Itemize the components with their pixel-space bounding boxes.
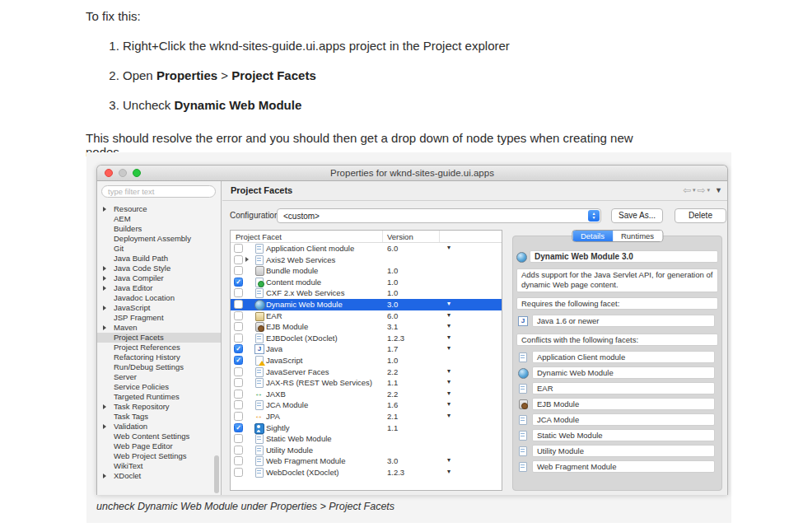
facet-checkbox[interactable]	[234, 400, 243, 409]
version-dropdown-icon[interactable]: ▾	[447, 334, 451, 341]
version-dropdown-icon[interactable]: ▾	[447, 456, 451, 464]
expand-arrow-icon[interactable]	[103, 306, 106, 310]
version-dropdown-icon[interactable]: ▾	[447, 367, 451, 375]
sidebar-item-service-policies[interactable]: Service Policies	[97, 382, 221, 392]
version-dropdown-icon[interactable]: ▾	[447, 311, 451, 319]
facet-row-sightly[interactable]: Sightly1.1	[231, 422, 502, 434]
facet-checkbox[interactable]	[234, 412, 243, 421]
version-dropdown-icon[interactable]: ▾	[447, 300, 451, 307]
facet-row-cxf-2-x-web-services[interactable]: CXF 2.x Web Services1.0	[231, 287, 502, 299]
facet-checkbox[interactable]	[234, 390, 243, 399]
facet-checkbox[interactable]	[234, 378, 243, 387]
sidebar-item-java-build-path[interactable]: Java Build Path	[97, 254, 221, 264]
sidebar-item-resource[interactable]: Resource	[97, 204, 221, 214]
facet-row-jax-rs-rest-web-services-[interactable]: JAX-RS (REST Web Services)1.1▾	[231, 377, 502, 389]
version-dropdown-icon[interactable]: ▾	[447, 390, 451, 397]
version-dropdown-icon[interactable]: ▾	[447, 344, 451, 352]
version-dropdown-icon[interactable]: ▾	[447, 400, 451, 408]
facet-checkbox[interactable]	[234, 434, 243, 443]
facet-row-web-fragment-module[interactable]: Web Fragment Module3.0▾	[231, 455, 502, 467]
delete-button[interactable]: Delete	[675, 208, 726, 223]
facet-row-application-client-module[interactable]: Application Client module6.0▾	[231, 243, 502, 254]
version-dropdown-icon[interactable]: ▾	[447, 244, 451, 251]
facet-row-jaxb[interactable]: JAXB2.2▾	[231, 389, 502, 400]
facet-row-axis2-web-services[interactable]: Axis2 Web Services	[231, 254, 502, 266]
sidebar-item-deployment-assembly[interactable]: Deployment Assembly	[97, 234, 221, 244]
save-as-button[interactable]: Save As...	[611, 208, 663, 223]
back-icon[interactable]: ⇦	[683, 184, 691, 196]
sidebar-item-maven[interactable]: Maven	[97, 323, 221, 333]
facet-row-jpa[interactable]: JPA2.1▾	[231, 411, 502, 422]
facet-row-javascript[interactable]: JavaScript1.0	[231, 355, 502, 366]
facet-row-ejbdoclet-xdoclet-[interactable]: EJBDoclet (XDoclet)1.2.3▾	[231, 333, 502, 344]
forward-dropdown-icon[interactable]: ▾	[707, 187, 711, 194]
facet-row-dynamic-web-module[interactable]: Dynamic Web Module3.0▾	[231, 299, 502, 310]
facet-row-ejb-module[interactable]: EJB Module3.1▾	[231, 321, 502, 333]
sidebar-item-web-project-settings[interactable]: Web Project Settings	[97, 451, 221, 461]
forward-icon[interactable]: ⇨	[698, 184, 706, 196]
facet-row-jca-module[interactable]: JCA Module1.6▾	[231, 399, 502, 411]
facet-row-utility-module[interactable]: Utility Module	[231, 445, 502, 456]
sidebar-item-refactoring-history[interactable]: Refactoring History	[97, 352, 221, 362]
expand-arrow-icon[interactable]	[103, 424, 106, 429]
facet-checkbox[interactable]	[234, 367, 243, 376]
sidebar-item-jsp-fragment[interactable]: JSP Fragment	[97, 313, 221, 323]
version-dropdown-icon[interactable]: ▾	[447, 412, 451, 419]
sidebar-item-task-repository[interactable]: Task Repository	[97, 402, 221, 412]
expand-arrow-icon[interactable]	[245, 257, 249, 262]
view-menu-icon[interactable]: ▼	[715, 186, 722, 194]
sidebar-item-run-debug-settings[interactable]: Run/Debug Settings	[97, 362, 221, 372]
sidebar-scrollbar[interactable]	[214, 455, 219, 493]
facet-checkbox[interactable]	[234, 423, 243, 432]
filter-input[interactable]	[101, 185, 216, 198]
sidebar-item-server[interactable]: Server	[97, 372, 221, 382]
tab-details[interactable]: Details	[572, 231, 613, 241]
sidebar-item-web-page-editor[interactable]: Web Page Editor	[97, 441, 221, 451]
sidebar-item-xdoclet[interactable]: XDoclet	[97, 471, 221, 481]
facet-row-java[interactable]: Java1.7▾	[231, 343, 502, 355]
sidebar-item-java-code-style[interactable]: Java Code Style	[97, 264, 221, 273]
facet-checkbox[interactable]	[234, 311, 243, 320]
expand-arrow-icon[interactable]	[103, 276, 106, 281]
version-dropdown-icon[interactable]: ▾	[447, 378, 451, 385]
tab-runtimes[interactable]: Runtimes	[613, 231, 662, 241]
sidebar-item-project-facets[interactable]: Project Facets	[97, 333, 221, 343]
sidebar-item-task-tags[interactable]: Task Tags	[97, 412, 221, 422]
sidebar-item-javadoc-location[interactable]: Javadoc Location	[97, 293, 221, 303]
facet-checkbox[interactable]	[234, 322, 243, 331]
facet-row-content-module[interactable]: Content module1.0	[231, 277, 502, 288]
version-dropdown-icon[interactable]: ▾	[447, 468, 451, 475]
facet-checkbox[interactable]	[234, 288, 243, 297]
facet-checkbox[interactable]	[234, 278, 243, 287]
facet-checkbox[interactable]	[234, 334, 243, 343]
facet-checkbox[interactable]	[234, 244, 243, 253]
facet-row-javaserver-faces[interactable]: JavaServer Faces2.2▾	[231, 366, 502, 378]
expand-arrow-icon[interactable]	[103, 207, 106, 212]
sidebar-item-git[interactable]: Git	[97, 244, 221, 254]
facet-checkbox[interactable]	[234, 356, 243, 365]
facet-checkbox[interactable]	[234, 266, 243, 275]
expand-arrow-icon[interactable]	[103, 286, 106, 291]
window-titlebar[interactable]: Properties for wknd-sites-guide.ui.apps	[97, 166, 727, 181]
sidebar-item-targeted-runtimes[interactable]: Targeted Runtimes	[97, 392, 221, 402]
sidebar-item-web-content-settings[interactable]: Web Content Settings	[97, 432, 221, 441]
version-dropdown-icon[interactable]: ▾	[447, 322, 451, 329]
facet-row-ear[interactable]: EAR6.0▾	[231, 310, 502, 322]
sidebar-item-validation[interactable]: Validation	[97, 422, 221, 432]
expand-arrow-icon[interactable]	[103, 325, 106, 330]
sidebar-item-aem[interactable]: AEM	[97, 214, 221, 224]
configuration-select[interactable]: <custom> ▲▼	[277, 208, 601, 223]
sidebar-item-java-editor[interactable]: Java Editor	[97, 283, 221, 293]
facet-checkbox[interactable]	[234, 300, 243, 309]
facet-checkbox[interactable]	[234, 456, 243, 465]
facet-row-webdoclet-xdoclet-[interactable]: WebDoclet (XDoclet)1.2.3▾	[231, 467, 502, 478]
sidebar-item-wikitext[interactable]: WikiText	[97, 461, 221, 471]
sidebar-item-javascript[interactable]: JavaScript	[97, 303, 221, 313]
back-dropdown-icon[interactable]: ▾	[693, 187, 696, 194]
facet-row-bundle-module[interactable]: Bundle module1.0	[231, 265, 502, 277]
sidebar-item-java-compiler[interactable]: Java Compiler	[97, 273, 221, 283]
facet-checkbox[interactable]	[234, 446, 243, 455]
facet-checkbox[interactable]	[234, 255, 243, 264]
sidebar-item-project-references[interactable]: Project References	[97, 343, 221, 352]
facet-checkbox[interactable]	[234, 344, 243, 353]
